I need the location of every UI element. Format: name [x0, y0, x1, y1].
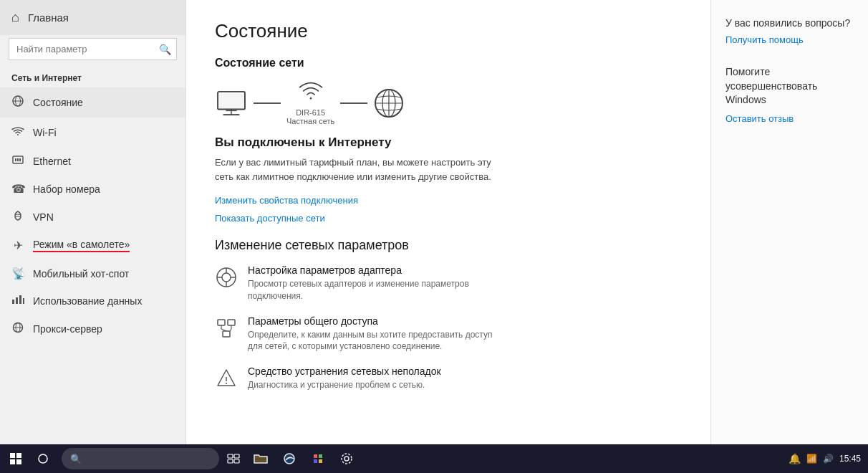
improve-text: Помогите усовершенствовать Windows	[725, 65, 854, 108]
hotspot-icon: 📡	[11, 267, 24, 280]
taskbar-app-icons	[248, 446, 360, 472]
network-type-label: Частная сеть	[286, 117, 334, 125]
sidebar: ⌂ Главная 🔍 Сеть и Интернет Состояние	[0, 0, 186, 444]
diagram-computer	[215, 90, 248, 116]
network-status-title: Состояние сети	[215, 57, 682, 70]
cortana-button[interactable]	[30, 446, 56, 472]
svg-rect-6	[19, 158, 21, 161]
svg-rect-38	[10, 453, 15, 458]
proxy-icon	[11, 322, 24, 336]
svg-rect-51	[319, 459, 322, 463]
svg-rect-29	[218, 320, 225, 325]
link-available[interactable]: Показать доступные сети	[215, 213, 682, 224]
diagram-line2	[340, 102, 367, 104]
taskbar: 🔍	[0, 444, 868, 473]
sharing-title: Параметры общего доступа	[248, 315, 506, 327]
sidebar-item-vpn[interactable]: VPN	[0, 203, 185, 231]
sidebar-item-status[interactable]: Состояние	[0, 87, 185, 118]
sidebar-item-datausage[interactable]: Использование данных	[0, 287, 185, 315]
sidebar-item-dialup-label: Набор номера	[33, 183, 100, 195]
svg-rect-31	[223, 331, 230, 337]
adapter-title: Настройка параметров адаптера	[248, 264, 506, 276]
taskbar-left: 🔍	[3, 446, 360, 472]
datausage-icon	[11, 295, 24, 307]
sidebar-item-airplane[interactable]: ✈ Режим «в самолете»	[0, 231, 185, 259]
svg-rect-5	[17, 158, 19, 161]
taskbar-volume-icon: 🔊	[823, 454, 834, 464]
taskbar-time-hours: 15:45	[839, 454, 861, 464]
sidebar-item-wifi[interactable]: Wi-Fi	[0, 118, 185, 148]
sidebar-item-hotspot[interactable]: 📡 Мобильный хот-спот	[0, 259, 185, 287]
sidebar-item-proxy-label: Прокси-сервер	[33, 323, 102, 335]
taskbar-time[interactable]: 15:45	[839, 454, 861, 464]
sidebar-section-title: Сеть и Интернет	[0, 66, 185, 87]
settings-taskbar-icon[interactable]	[334, 446, 360, 472]
sidebar-home-label: Главная	[28, 11, 69, 24]
sidebar-item-dialup[interactable]: ☎ Набор номера	[0, 175, 185, 203]
help-question: У вас появились вопросы?	[725, 17, 854, 29]
svg-rect-8	[16, 297, 18, 304]
help-link[interactable]: Получить помощь	[725, 34, 804, 45]
edge-icon[interactable]	[276, 446, 302, 472]
settings-item-troubleshoot: Средство устранения сетевых неполадок Ди…	[215, 366, 682, 391]
svg-rect-49	[319, 454, 322, 458]
home-icon: ⌂	[11, 10, 19, 25]
svg-rect-39	[16, 453, 21, 458]
sidebar-item-wifi-label: Wi-Fi	[33, 127, 57, 138]
page-title: Состояние	[215, 20, 682, 42]
sharing-icon	[215, 317, 238, 340]
search-icon: 🔍	[159, 44, 171, 55]
airplane-icon: ✈	[11, 239, 24, 252]
dialup-icon: ☎	[11, 182, 24, 196]
file-explorer-icon[interactable]	[248, 446, 274, 472]
sidebar-item-ethernet[interactable]: Ethernet	[0, 148, 185, 175]
sidebar-item-proxy[interactable]: Прокси-сервер	[0, 315, 185, 343]
network-diagram: DIR-615 Частная сеть	[215, 81, 682, 125]
sharing-desc: Определите, к каким данным вы хотите пре…	[248, 329, 506, 353]
status-icon	[11, 95, 24, 110]
settings-item-sharing: Параметры общего доступа Определите, к к…	[215, 315, 682, 353]
main-content: Состояние Состояние сети	[186, 0, 710, 444]
svg-rect-41	[16, 459, 21, 464]
diagram-router: DIR-615 Частная сеть	[286, 81, 334, 125]
store-icon[interactable]	[305, 446, 331, 472]
svg-rect-30	[228, 320, 235, 325]
svg-rect-50	[314, 459, 317, 463]
sidebar-item-vpn-label: VPN	[33, 211, 54, 223]
sidebar-search-container: 🔍	[9, 38, 177, 60]
feedback-section: Помогите усовершенствовать Windows Остав…	[725, 65, 854, 124]
svg-point-37	[226, 383, 227, 384]
search-input[interactable]	[9, 38, 177, 60]
sidebar-home[interactable]: ⌂ Главная	[0, 0, 185, 35]
vpn-icon	[11, 210, 24, 224]
sidebar-item-airplane-label: Режим «в самолете»	[33, 239, 130, 252]
diagram-line1	[254, 102, 281, 104]
svg-point-24	[222, 273, 231, 282]
settings-item-adapter: Настройка параметров адаптера Просмотр с…	[215, 264, 682, 302]
start-button[interactable]	[3, 446, 29, 472]
task-view-button[interactable]	[221, 446, 246, 472]
feedback-link[interactable]: Оставить отзыв	[725, 113, 794, 124]
sidebar-item-datausage-label: Использование данных	[33, 295, 142, 307]
svg-rect-45	[228, 459, 233, 463]
right-panel: У вас появились вопросы? Получить помощь…	[710, 0, 868, 444]
taskbar-notification-icon: 🔔	[789, 453, 801, 464]
router-label: DIR-615	[296, 108, 325, 117]
adapter-icon	[215, 266, 238, 289]
svg-rect-9	[19, 295, 21, 304]
link-properties[interactable]: Изменить свойства подключения	[215, 195, 682, 206]
svg-rect-4	[15, 158, 16, 161]
troubleshoot-icon	[215, 367, 238, 390]
troubleshoot-desc: Диагностика и устранение проблем с сетью…	[248, 379, 441, 391]
wifi-icon	[11, 125, 24, 140]
taskbar-search[interactable]: 🔍	[62, 448, 219, 469]
svg-point-52	[344, 457, 349, 461]
svg-rect-14	[218, 92, 245, 110]
adapter-desc: Просмотр сетевых адаптеров и изменение п…	[248, 278, 506, 302]
svg-rect-44	[234, 454, 239, 458]
help-section: У вас появились вопросы? Получить помощь	[725, 17, 854, 45]
diagram-globe	[373, 87, 405, 119]
svg-rect-43	[228, 454, 233, 458]
svg-rect-7	[12, 300, 14, 304]
taskbar-right: 🔔 📶 🔊 15:45	[789, 453, 865, 464]
